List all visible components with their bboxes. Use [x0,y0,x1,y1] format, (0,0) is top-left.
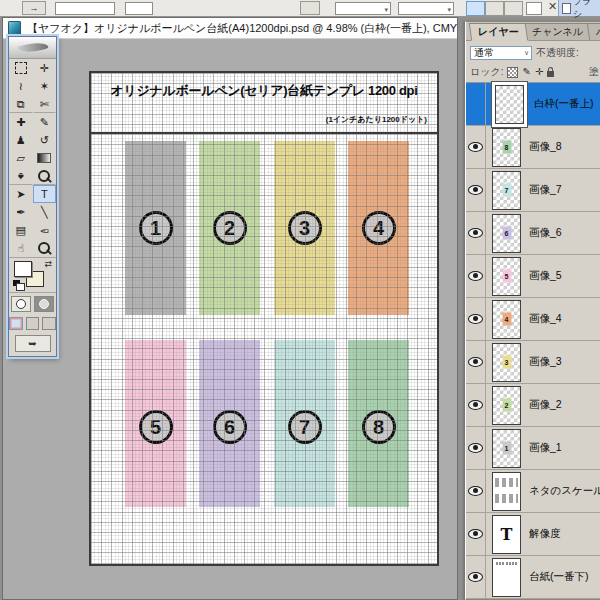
tool-button-dodge-tool[interactable] [33,167,57,185]
layer-thumbnail[interactable]: 7 [492,171,521,210]
options-icon-button[interactable] [300,1,320,15]
standard-screen-mode-button[interactable] [9,317,23,330]
visibility-toggle[interactable] [466,126,486,168]
cancel-edit-icon[interactable]: ✕ [548,0,557,13]
canvas-page[interactable]: オリジナルボールペン(セリア)台紙テンプレ 1200 dpi (1インチあたり1… [89,71,439,566]
tool-button-pen-tool[interactable]: ✒ [9,203,33,221]
layer-row-画像_6[interactable]: 6 画像_6 [466,212,600,255]
layer-thumbnail[interactable] [492,558,521,597]
jump-to-imageready-button[interactable]: ➥ [15,335,51,352]
swap-colors-icon[interactable]: ⇄ [44,259,52,269]
layer-thumbnail[interactable]: 5 [492,257,521,296]
fullscreen-mode-button[interactable] [42,317,56,330]
layer-thumbnail[interactable]: 4 [492,300,521,339]
quick-mask-mode-button[interactable] [34,296,54,312]
options-dropdown[interactable]: ▾ [335,2,391,15]
layer-thumbnail[interactable]: 8 [492,128,521,167]
tool-button-history-brush-tool[interactable]: ↺ [33,131,57,149]
visibility-toggle[interactable] [466,513,486,555]
lock-position-icon[interactable]: ✛ [535,67,543,77]
tool-button-line-tool[interactable]: ╲ [33,203,57,221]
layer-thumbnail[interactable]: 3 [492,343,521,382]
standard-mode-button[interactable] [11,296,31,312]
options-arrow-button[interactable]: → [22,1,46,15]
pen-slot-6[interactable]: 6 [199,340,260,507]
panel-tab-レイヤー[interactable]: レイヤー [469,23,528,41]
align-right-button[interactable] [504,1,523,16]
tool-button-healing-brush-tool[interactable]: ✚ [9,113,33,131]
tool-button-zoom-tool[interactable] [33,239,57,257]
visibility-toggle[interactable] [466,556,486,598]
layer-row-画像_1[interactable]: 1 画像_1 [466,427,600,470]
pen-slot-7[interactable]: 7 [274,340,335,507]
visibility-toggle[interactable] [466,470,486,512]
tool-button-move-tool[interactable]: ✛ [33,59,57,77]
tool-button-lasso-tool[interactable]: ≀ [9,77,33,95]
layer-thumbnail[interactable] [492,515,521,554]
layer-thumbnail[interactable]: 1 [492,429,521,468]
fullscreen-menubar-mode-button[interactable] [26,317,40,330]
visibility-toggle[interactable] [466,298,486,340]
eye-icon [468,529,483,539]
options-field-small[interactable] [125,2,153,15]
pen-slot-4[interactable]: 4 [348,141,409,315]
pen-slot-8[interactable]: 8 [348,340,409,507]
layer-thumbnail[interactable]: 2 [492,386,521,425]
tool-button-crop-tool[interactable]: ⧉ [9,95,33,113]
tool-button-rectangular-marquee-tool[interactable] [9,59,33,77]
visibility-toggle[interactable] [466,384,486,426]
visibility-toggle[interactable] [466,255,486,297]
tool-button-blur-tool[interactable]: ♠ [9,167,33,185]
tool-button-brush-tool[interactable]: ✎ [33,113,57,131]
lock-pixels-icon[interactable]: ✎ [522,67,530,77]
tool-button-eyedropper-tool[interactable]: ✑ [33,221,57,239]
layer-row-画像_3[interactable]: 3 画像_3 [466,341,600,384]
tool-button-gradient-tool[interactable] [33,149,57,167]
panel-tab-パス[interactable]: パス [587,23,600,40]
visibility-toggle[interactable] [466,427,486,469]
layer-row-画像_7[interactable]: 7 画像_7 [466,169,600,212]
document-titlebar[interactable]: 【ヤフオク】オリジナルボールペン台紙(A4)1200dpi.psd @ 4.98… [3,18,457,39]
visibility-toggle[interactable] [466,212,486,254]
tool-button-path-selection-tool[interactable]: ➤ [9,185,33,203]
options-dropdown-2[interactable]: ▾ [398,2,454,15]
layer-row-台紙(一番下)[interactable]: 台紙(一番下) [466,556,600,599]
layer-row-白枠(一番上)[interactable]: 白枠(一番上) [466,83,600,126]
tool-button-clone-stamp-tool[interactable]: ♟ [9,131,33,149]
layer-row-解像度[interactable]: 解像度 [466,513,600,556]
pen-slot-2[interactable]: 2 [199,141,260,315]
lock-transparency-icon[interactable] [507,67,518,78]
layer-row-画像_5[interactable]: 5 画像_5 [466,255,600,298]
toolbox-grip[interactable] [9,37,56,59]
panel-tab-チャンネル[interactable]: チャンネル [523,23,593,40]
foreground-color-swatch[interactable] [14,261,32,277]
tool-button-hand-tool[interactable]: ☝ [9,239,33,257]
tool-button-type-tool[interactable]: T [33,185,57,203]
align-left-button[interactable] [466,1,485,16]
tool-button-notes-tool[interactable]: ▤ [9,221,33,239]
tool-button-magic-wand-tool[interactable]: ✶ [33,77,57,95]
pen-slot-5[interactable]: 5 [125,340,186,507]
layer-row-画像_8[interactable]: 8 画像_8 [466,126,600,169]
pen-slot-3[interactable]: 3 [274,141,335,315]
pen-slot-1[interactable]: 1 [125,141,186,315]
options-field[interactable] [55,2,115,15]
layer-row-画像_2[interactable]: 2 画像_2 [466,384,600,427]
palette-well-tab[interactable]: ブラシ [558,0,600,16]
layer-row-ネタのスケール[interactable]: ネタのスケール [466,470,600,513]
lock-all-icon[interactable] [547,71,554,77]
layer-thumbnail[interactable] [495,85,524,124]
visibility-toggle[interactable] [466,341,486,383]
visibility-toggle[interactable] [466,83,486,125]
tool-button-slice-tool[interactable]: ✄ [33,95,57,113]
tool-button-eraser-tool[interactable]: ▱ [9,149,33,167]
align-center-button[interactable] [485,1,504,16]
layer-thumbnail[interactable]: 6 [492,214,521,253]
visibility-toggle[interactable] [466,169,486,211]
default-colors-icon[interactable] [13,280,20,286]
layer-thumbnail[interactable] [492,472,521,511]
color-box[interactable] [526,2,542,15]
layer-row-画像_4[interactable]: 4 画像_4 [466,298,600,341]
eye-icon [468,443,483,453]
blend-mode-select[interactable]: 通常 ∨ [470,46,532,60]
